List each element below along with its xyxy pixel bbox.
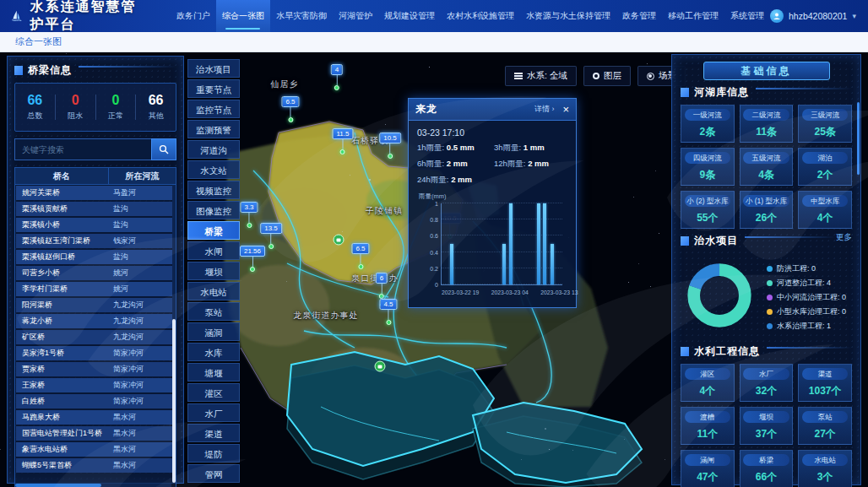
table-row[interactable]: 马跑泉大桥黑水河: [16, 410, 175, 425]
layer-menu-item[interactable]: 水厂: [187, 403, 240, 422]
marker-value-chip: 6.5: [281, 96, 299, 107]
popup-detail-link[interactable]: 详情 ›: [534, 104, 555, 115]
y-axis-tick: 0.6: [421, 233, 438, 239]
table-row[interactable]: 象营水电站桥黑水河: [16, 442, 175, 457]
horizontal-scrollbar[interactable]: [15, 484, 171, 487]
info-card[interactable]: 小 (2) 型水库55个: [681, 191, 735, 229]
marker-line: [381, 284, 382, 294]
nav-item[interactable]: 水资源与水土保持管理: [520, 0, 616, 32]
table-row[interactable]: 蝴蝶5号渠首桥黑水河: [16, 458, 175, 473]
layer-menu-item[interactable]: 塘堰: [187, 363, 240, 381]
layer-menu-item[interactable]: 渠道: [187, 424, 240, 442]
info-card[interactable]: 小 (1) 型水库26个: [740, 191, 794, 229]
info-card[interactable]: 桥梁66个: [740, 450, 794, 487]
search-button[interactable]: [151, 138, 176, 160]
layer-menu-item[interactable]: 监测预警: [187, 120, 240, 138]
info-card[interactable]: 灌区4个: [681, 364, 735, 402]
table-row[interactable]: 姚河关渠桥马盈河: [16, 186, 175, 200]
nav-item[interactable]: 系统管理: [724, 0, 770, 32]
map-marker[interactable]: 10.5: [379, 133, 401, 159]
layer-menu-item[interactable]: 图像监控: [187, 201, 240, 219]
layer-menu-item[interactable]: 泵站: [187, 302, 240, 321]
map-marker[interactable]: 6: [376, 273, 388, 299]
table-row[interactable]: 李学村门渠桥姚河: [16, 282, 175, 296]
table-row[interactable]: 白姓桥简家冲河: [16, 394, 175, 409]
map-marker[interactable]: 6.5: [351, 243, 369, 269]
nav-item[interactable]: 水旱灾害防御: [270, 0, 333, 32]
map-control[interactable]: 图层: [583, 66, 631, 86]
info-card[interactable]: 水厂32个: [740, 364, 794, 402]
layer-menu-item[interactable]: 水库: [187, 343, 240, 361]
section-divider: [745, 236, 836, 238]
info-card[interactable]: 水电站3个: [798, 450, 852, 487]
table-row[interactable]: 蒋龙小桥九龙沟河: [16, 314, 175, 328]
table-row[interactable]: 国营电站管理处门1号桥黑水河: [16, 426, 175, 441]
layer-menu-item[interactable]: 治水项目: [187, 59, 240, 78]
table-row[interactable]: 阳河渠桥九龙沟河: [16, 298, 175, 312]
info-card[interactable]: 湖泊2个: [798, 148, 852, 186]
layer-menu-item[interactable]: 水电站: [187, 282, 240, 300]
info-card[interactable]: 中型水库4个: [798, 191, 852, 229]
camera-marker-icon[interactable]: [375, 361, 386, 372]
layer-menu-item[interactable]: 河道沟: [187, 140, 240, 159]
table-row[interactable]: 栗溪镇小桥盐沟: [16, 218, 175, 232]
info-card[interactable]: 四级河流9条: [681, 148, 735, 186]
nav-item[interactable]: 政务管理: [616, 0, 662, 32]
info-card[interactable]: 二级河流11条: [740, 105, 794, 143]
nav-item[interactable]: 移动工作管理: [662, 0, 724, 32]
info-card[interactable]: 一级河流2条: [681, 105, 735, 143]
layer-menu-item[interactable]: 水闸: [187, 241, 240, 260]
map-marker[interactable]: 4: [331, 64, 343, 90]
map-marker[interactable]: 21.56: [240, 246, 265, 272]
nav-item[interactable]: 综合一张图: [216, 0, 270, 32]
user-menu[interactable]: hhzb42080201 ▾: [770, 9, 868, 23]
table-row[interactable]: 矿区桥九龙沟河: [16, 330, 175, 344]
nav-item[interactable]: 政务门户: [171, 0, 216, 32]
vertical-scrollbar-thumb[interactable]: [172, 319, 176, 483]
map-control[interactable]: 水系: 全域: [505, 66, 577, 86]
map-marker[interactable]: 11.5: [333, 128, 354, 154]
legend-text: 防洪工程: 0: [777, 263, 816, 274]
info-card[interactable]: 堰坝37个: [740, 407, 794, 445]
table-row[interactable]: 吴家湾1号桥简家冲河: [16, 346, 175, 360]
layer-menu-item[interactable]: 灌区: [187, 383, 240, 402]
map-marker[interactable]: 3.3: [240, 202, 258, 228]
layer-menu-item[interactable]: 水文站: [187, 160, 240, 179]
vertical-scrollbar[interactable]: [172, 185, 176, 483]
breadcrumb[interactable]: 综合一张图: [15, 35, 62, 48]
horizontal-scrollbar-thumb[interactable]: [15, 484, 101, 487]
table-row[interactable]: 栗溪镇贡献桥盐沟: [16, 202, 175, 216]
layer-menu-item[interactable]: 堤防: [187, 444, 240, 463]
info-card[interactable]: 泵站27个: [798, 407, 852, 445]
table-row[interactable]: 司营乡小桥姚河: [16, 266, 175, 280]
table-row[interactable]: 栗溪镇赵玉湾门渠桥钱家河: [16, 234, 175, 248]
table-row[interactable]: 栗溪镇赵倒口桥盐沟: [16, 250, 175, 264]
nav-item[interactable]: 河湖管护: [333, 0, 378, 32]
info-card[interactable]: 五级河流4条: [740, 148, 794, 186]
layer-menu-item[interactable]: 管网: [187, 464, 240, 483]
nav-item[interactable]: 农村水利设施管理: [441, 0, 520, 32]
layer-menu-item[interactable]: 重要节点: [187, 79, 240, 98]
info-card-value: 2个: [817, 168, 833, 182]
map-marker[interactable]: 6.5: [281, 96, 299, 122]
layer-menu-item[interactable]: 堰坝: [187, 262, 240, 280]
right-panel-scrollbar-thumb[interactable]: [857, 102, 860, 175]
layer-menu-item[interactable]: 监控节点: [187, 100, 240, 118]
info-card[interactable]: 渡槽11个: [681, 407, 735, 445]
nav-item[interactable]: 规划建设管理: [378, 0, 441, 32]
info-card[interactable]: 涵闸47个: [681, 450, 735, 487]
close-icon[interactable]: ×: [562, 104, 569, 115]
more-link[interactable]: 更多: [836, 232, 852, 243]
map-marker[interactable]: 4.5: [379, 299, 397, 325]
layer-menu-item[interactable]: 视频监控: [187, 181, 240, 199]
table-row[interactable]: 贾家桥简家冲河: [16, 362, 175, 376]
camera-marker-icon[interactable]: [334, 235, 344, 246]
table-row[interactable]: 王家桥简家冲河: [16, 378, 175, 392]
layer-menu-item[interactable]: 桥梁: [187, 221, 240, 240]
search-input[interactable]: [14, 138, 151, 160]
layer-menu-item[interactable]: 涵洞: [187, 322, 240, 341]
basic-info-button[interactable]: 基础信息: [703, 62, 830, 80]
info-card[interactable]: 三级河流25条: [798, 105, 852, 143]
info-card[interactable]: 渠道1037个: [798, 364, 852, 402]
user-avatar-icon: [770, 9, 784, 23]
